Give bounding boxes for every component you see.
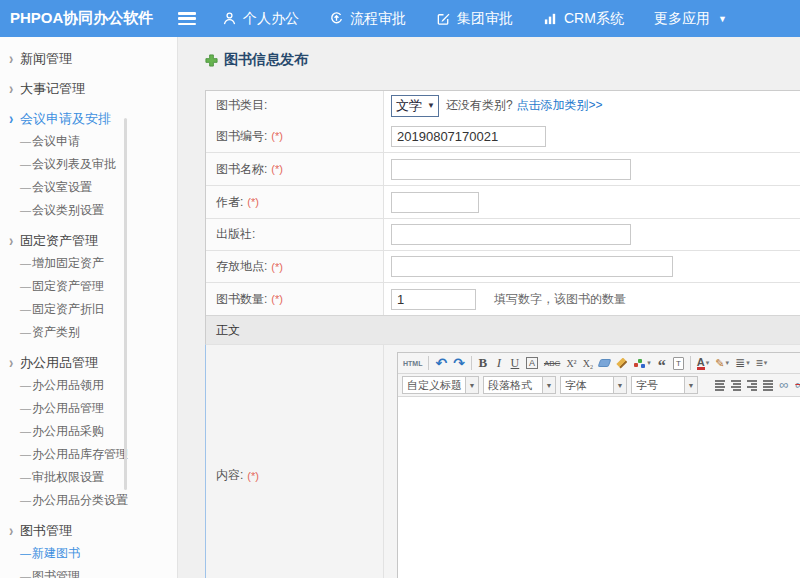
location-input[interactable] bbox=[391, 256, 673, 277]
strikethrough-icon[interactable]: ABC bbox=[542, 355, 562, 372]
custom-title-select[interactable]: 自定义标题▼ bbox=[402, 376, 479, 394]
quantity-input[interactable] bbox=[391, 289, 476, 310]
sidebar-item-label: 会议室设置 bbox=[32, 180, 92, 194]
align-right-icon[interactable] bbox=[745, 377, 759, 394]
sidebar-item-label: 增加固定资产 bbox=[32, 256, 104, 270]
blockquote-icon[interactable]: “ bbox=[655, 355, 669, 372]
sidebar-item-label: 会议列表及审批 bbox=[32, 157, 116, 171]
align-center-icon[interactable] bbox=[729, 377, 743, 394]
field-label-cell: 出版社: bbox=[206, 219, 384, 250]
font-family-select[interactable]: 字体▼ bbox=[560, 376, 627, 394]
page-title: 图书信息发布 bbox=[205, 51, 800, 69]
sidebar-item-group[interactable]: ›大事记管理 bbox=[0, 77, 177, 100]
sidebar-item-label: 图书管理 bbox=[20, 523, 72, 538]
required-mark: (*) bbox=[247, 196, 259, 208]
ordered-list-icon[interactable]: ≣▾ bbox=[733, 355, 752, 372]
sidebar-item-child[interactable]: —固定资产管理 bbox=[0, 275, 177, 298]
dash-icon: — bbox=[20, 275, 32, 298]
sidebar-item-child[interactable]: —办公用品采购 bbox=[0, 420, 177, 443]
sidebar-item-child[interactable]: —新建图书 bbox=[0, 542, 177, 565]
sidebar-item-child[interactable]: —会议列表及审批 bbox=[0, 153, 177, 176]
nav-item-group-approval[interactable]: 集团审批 bbox=[436, 10, 513, 28]
sidebar-item-child[interactable]: —会议类别设置 bbox=[0, 199, 177, 222]
paragraph-format-select[interactable]: 段落格式▼ bbox=[483, 376, 556, 394]
dash-icon: — bbox=[20, 298, 32, 321]
select-arrow-icon: ▼ bbox=[684, 377, 697, 393]
field-label: 图书类目: bbox=[216, 97, 267, 114]
superscript-icon[interactable]: X² bbox=[564, 355, 578, 372]
font-border-icon[interactable]: A bbox=[524, 355, 540, 372]
nav-item-crm-system[interactable]: CRM系统 bbox=[543, 10, 624, 28]
field-label: 图书数量: bbox=[216, 291, 267, 308]
sidebar-item-child[interactable]: —办公用品管理 bbox=[0, 397, 177, 420]
nav-item-more-apps[interactable]: 更多应用 ▼ bbox=[654, 10, 727, 28]
select-arrow-icon: ▼ bbox=[613, 377, 626, 393]
dash-icon: — bbox=[20, 489, 32, 512]
align-justify-icon[interactable] bbox=[761, 377, 775, 394]
link-icon[interactable]: ∞ bbox=[777, 377, 791, 394]
nav-label: 集团审批 bbox=[457, 10, 513, 28]
sidebar-item-label: 办公用品管理 bbox=[32, 401, 104, 415]
sidebar-item-group[interactable]: ›固定资产管理 bbox=[0, 229, 177, 252]
sidebar-item-child[interactable]: —会议室设置 bbox=[0, 176, 177, 199]
highlight-marker-icon[interactable]: ✎▾ bbox=[713, 355, 731, 372]
form-row: 图书名称:(*) bbox=[206, 152, 800, 185]
sidebar-item-child[interactable]: —办公用品领用 bbox=[0, 374, 177, 397]
field-hint: 填写数字，该图书的数量 bbox=[494, 291, 626, 308]
paste-word-icon[interactable]: T bbox=[671, 355, 686, 372]
hamburger-menu-icon[interactable] bbox=[178, 12, 196, 25]
eraser-icon[interactable] bbox=[597, 355, 612, 372]
underline-icon[interactable]: U bbox=[508, 355, 522, 372]
book-code-input[interactable] bbox=[391, 126, 546, 147]
nav-item-personal-office[interactable]: 个人办公 bbox=[222, 10, 299, 28]
field-value-cell bbox=[384, 153, 800, 185]
sidebar-item-group[interactable]: ›图书管理 bbox=[0, 519, 177, 542]
field-value-cell bbox=[384, 219, 800, 250]
publisher-input[interactable] bbox=[391, 224, 631, 245]
sidebar-item-child[interactable]: —会议申请 bbox=[0, 130, 177, 153]
align-left-icon[interactable] bbox=[713, 377, 727, 394]
sidebar-item-child[interactable]: —资产类别 bbox=[0, 321, 177, 344]
caret-down-icon: ▾ bbox=[746, 359, 750, 367]
editor-content-area[interactable] bbox=[398, 397, 800, 578]
sidebar-item-child[interactable]: —固定资产折旧 bbox=[0, 298, 177, 321]
sidebar-item-label: 会议申请及安排 bbox=[20, 111, 111, 126]
sidebar-item-child[interactable]: —图书管理 bbox=[0, 565, 177, 578]
dash-icon: — bbox=[20, 130, 32, 153]
color-palette-icon[interactable]: ▾ bbox=[631, 355, 653, 372]
select-label: 字号 bbox=[632, 377, 684, 393]
format-brush-icon[interactable] bbox=[614, 355, 629, 372]
subscript-icon[interactable]: X₂ bbox=[581, 355, 596, 372]
author-input[interactable] bbox=[391, 192, 479, 213]
category-select[interactable]: 文学 ▼ bbox=[391, 95, 439, 117]
nav-item-process-approval[interactable]: 流程审批 bbox=[329, 10, 406, 28]
sidebar-item-child[interactable]: —审批权限设置 bbox=[0, 466, 177, 489]
chevron-right-icon: › bbox=[9, 45, 20, 73]
sidebar-item-group[interactable]: ›新闻管理 bbox=[0, 47, 177, 70]
book-name-input[interactable] bbox=[391, 159, 631, 180]
font-color-icon[interactable]: A▾ bbox=[695, 355, 711, 372]
sidebar-scrollbar[interactable] bbox=[124, 118, 127, 490]
nav-label: 更多应用 bbox=[654, 10, 710, 28]
html-source-icon[interactable]: HTML bbox=[401, 355, 424, 372]
unordered-list-icon[interactable]: ≡▾ bbox=[754, 355, 770, 372]
topbar: PHPOA协同办公软件 个人办公 流程审批 集团审批 bbox=[0, 0, 800, 37]
sidebar-item-child[interactable]: —办公用品分类设置 bbox=[0, 489, 177, 512]
italic-icon[interactable]: I bbox=[492, 355, 506, 372]
font-size-select[interactable]: 字号▼ bbox=[631, 376, 698, 394]
caret-down-icon: ▼ bbox=[718, 14, 727, 24]
chevron-right-icon: › bbox=[9, 75, 20, 103]
bold-icon[interactable]: B bbox=[476, 355, 490, 372]
unlink-icon[interactable]: ∞ bbox=[793, 377, 800, 394]
sidebar-item-child[interactable]: —办公用品库存管理 bbox=[0, 443, 177, 466]
undo-icon[interactable]: ↶ bbox=[433, 355, 449, 372]
sidebar-item-child[interactable]: —增加固定资产 bbox=[0, 252, 177, 275]
redo-icon[interactable]: ↷ bbox=[451, 355, 467, 372]
editor-toolbar-row2: 自定义标题▼段落格式▼字体▼字号▼∞∞+ bbox=[398, 374, 800, 397]
sidebar-item-group[interactable]: ›会议申请及安排 bbox=[0, 107, 177, 130]
toolbar-divider bbox=[428, 356, 429, 370]
sidebar-item-label: 办公用品采购 bbox=[32, 424, 104, 438]
chevron-right-icon: › bbox=[9, 517, 20, 545]
sidebar-item-group[interactable]: ›办公用品管理 bbox=[0, 351, 177, 374]
add-category-link[interactable]: 点击添加类别>> bbox=[517, 97, 603, 114]
